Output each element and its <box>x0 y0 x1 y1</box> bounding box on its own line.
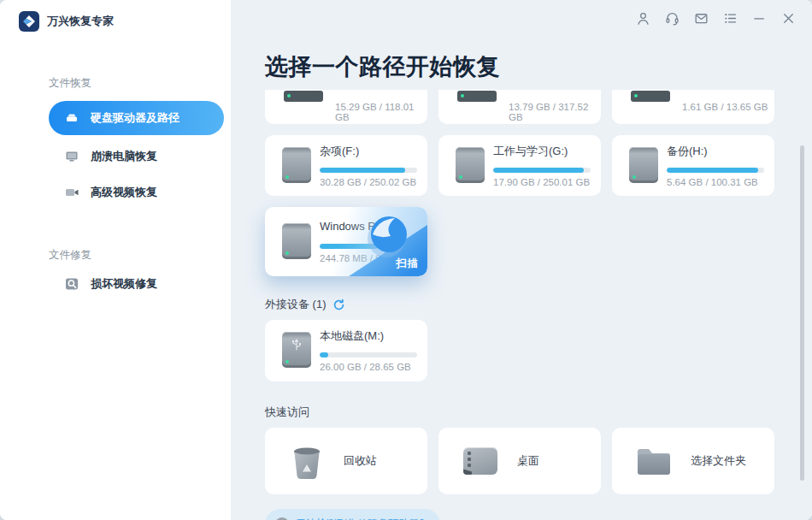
quick-access-desktop[interactable]: 桌面 <box>438 428 601 494</box>
menu-list-icon[interactable] <box>722 10 738 27</box>
scan-button-label[interactable]: 扫描 <box>396 257 419 271</box>
drive-icon <box>457 91 497 102</box>
recycle-bin-icon <box>287 441 327 481</box>
sidebar-item-video-repair[interactable]: 损坏视频修复 <box>49 269 224 298</box>
app-logo-icon <box>19 11 39 32</box>
drive-usage-bar <box>493 168 591 173</box>
drive-size: 26.00 GB / 28.65 GB <box>320 362 411 372</box>
external-device-row: 本地磁盘(M:) 26.00 GB / 28.65 GB <box>265 320 812 381</box>
drive-icon <box>284 91 323 102</box>
main-content: 选择一个路径开始恢复 15.29 GB / 118.01 GB 13.79 GB… <box>231 0 812 520</box>
drive-size: 17.90 GB / 250.01 GB <box>493 177 590 187</box>
drive-card-h[interactable]: 备份(H:) 5.64 GB / 100.31 GB <box>612 135 774 196</box>
main-area: 选择一个路径开始恢复 15.29 GB / 118.01 GB 13.79 GB… <box>231 0 812 520</box>
drive-card-f[interactable]: 杂项(F:) 30.28 GB / 250.02 GB <box>265 135 427 196</box>
quick-access-label-text: 选择文件夹 <box>691 453 746 469</box>
drive-name: 杂项(F:) <box>320 144 359 159</box>
drive-size: 5.64 GB / 100.31 GB <box>667 177 758 187</box>
hard-drive-icon <box>456 147 485 183</box>
feedback-mail-icon[interactable] <box>693 10 709 27</box>
sidebar-item-label: 硬盘驱动器及路径 <box>91 110 179 126</box>
sidebar-item-crashed-computer[interactable]: 崩溃电脑恢复 <box>49 142 224 171</box>
drive-name: Windows RE too <box>320 220 402 233</box>
sidebar-item-label: 崩溃电脑恢复 <box>91 149 157 164</box>
sidebar-item-hard-drives[interactable]: 硬盘驱动器及路径 <box>49 101 224 135</box>
computer-icon <box>64 149 79 164</box>
drive-card-partial[interactable]: 15.29 GB / 118.01 GB <box>265 90 427 124</box>
drive-row-hovered: Windows RE too 244.78 MB / 98 扫描 <box>265 207 812 276</box>
drive-not-detected-link[interactable]: 无法检测到您的硬盘驱动器? <box>296 517 425 520</box>
app-title: 万兴恢复专家 <box>47 14 114 29</box>
sidebar: 万兴恢复专家 文件恢复 硬盘驱动器及路径 崩溃电脑恢复 <box>0 0 231 520</box>
drive-size: 1.61 GB / 13.65 GB <box>682 102 768 112</box>
hard-drive-icon <box>282 223 311 259</box>
support-headset-icon[interactable] <box>664 10 680 27</box>
drive-card-m[interactable]: 本地磁盘(M:) 26.00 GB / 28.65 GB <box>265 320 427 381</box>
hard-drive-icon <box>629 147 658 183</box>
account-icon[interactable] <box>635 10 651 27</box>
external-devices-label: 外接设备 (1) <box>265 297 327 312</box>
drive-name: 本地磁盘(M:) <box>320 328 384 344</box>
app-window: 万兴恢复专家 文件恢复 硬盘驱动器及路径 崩溃电脑恢复 <box>0 0 812 520</box>
video-repair-icon <box>64 276 79 292</box>
drive-usage-bar <box>320 352 417 358</box>
question-mark-icon: ? <box>275 517 289 520</box>
drive-size: 15.29 GB / 118.01 GB <box>335 102 427 122</box>
titlebar-icons <box>635 10 797 27</box>
quick-access-select-folder[interactable]: 选择文件夹 <box>612 428 774 494</box>
quick-access-label-text: 回收站 <box>344 453 377 469</box>
drive-row: 杂项(F:) 30.28 GB / 250.02 GB 工作与学习(G:) 17… <box>265 135 812 196</box>
minimize-icon[interactable] <box>751 10 768 27</box>
drive-card-windows-re[interactable]: Windows RE too 244.78 MB / 98 扫描 <box>265 207 427 276</box>
app-logo-row: 万兴恢复专家 <box>0 0 231 32</box>
drive-row-clipped: 15.29 GB / 118.01 GB 13.79 GB / 317.52 G… <box>265 90 812 124</box>
sidebar-item-advanced-video[interactable]: 高级视频恢复 <box>49 178 224 207</box>
drive-name: 工作与学习(G:) <box>493 144 568 159</box>
page-title: 选择一个路径开始恢复 <box>265 51 812 82</box>
drive-card-partial[interactable]: 13.79 GB / 317.52 GB <box>438 90 601 124</box>
video-camera-icon <box>64 185 79 200</box>
quick-access-recycle-bin[interactable]: 回收站 <box>265 428 427 494</box>
drive-usage-bar <box>667 168 764 173</box>
drive-card-partial[interactable]: 1.61 GB / 13.65 GB <box>612 90 774 124</box>
drive-icon <box>631 91 670 102</box>
hard-drive-icon <box>64 110 79 126</box>
quick-access-row: 回收站 桌面 <box>265 428 812 494</box>
drive-size: 13.79 GB / 317.52 GB <box>509 102 601 122</box>
folder-icon <box>634 441 674 481</box>
scrollbar-thumb[interactable] <box>800 145 804 481</box>
external-devices-header: 外接设备 (1) <box>265 297 812 312</box>
quick-access-label-text: 桌面 <box>517 453 539 469</box>
sidebar-item-label: 高级视频恢复 <box>91 185 157 200</box>
close-icon[interactable] <box>780 10 797 27</box>
drive-card-g[interactable]: 工作与学习(G:) 17.90 GB / 250.01 GB <box>438 135 601 196</box>
hard-drive-icon <box>282 147 311 183</box>
help-pill[interactable]: ? 无法检测到您的硬盘驱动器? <box>265 509 440 520</box>
sidebar-section-file-repair: 文件修复 <box>49 248 231 263</box>
drive-name: 备份(H:) <box>667 144 708 159</box>
usb-drive-icon <box>282 332 311 368</box>
sidebar-item-label: 损坏视频修复 <box>91 276 157 292</box>
refresh-icon[interactable] <box>332 298 345 311</box>
desktop-icon <box>461 441 500 481</box>
sidebar-section-file-recovery: 文件恢复 <box>49 76 231 91</box>
quick-access-label: 快速访问 <box>265 405 309 420</box>
quick-access-header: 快速访问 <box>265 405 812 420</box>
drive-usage-bar <box>320 168 417 173</box>
drive-size: 30.28 GB / 250.02 GB <box>320 177 416 187</box>
